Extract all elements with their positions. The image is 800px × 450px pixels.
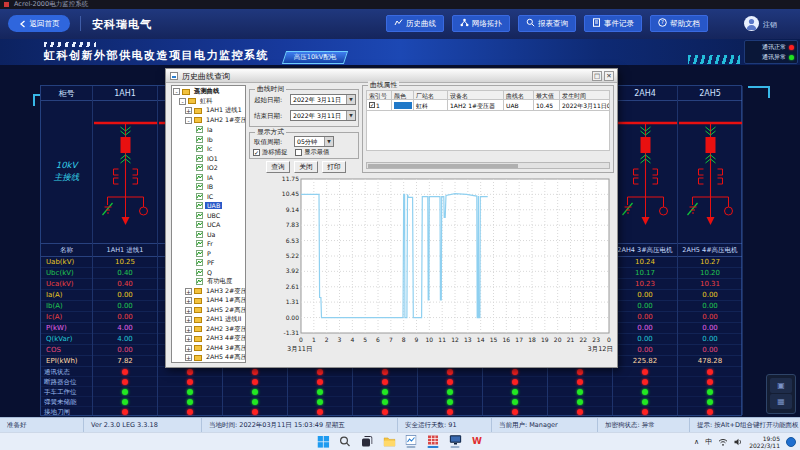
expand-icon[interactable]: + xyxy=(185,316,192,323)
task-view-icon[interactable] xyxy=(361,435,374,449)
start-date-select[interactable]: 2022年 3月11日▼ xyxy=(290,94,356,105)
search-icon[interactable] xyxy=(339,435,352,449)
tree-item[interactable]: Fr xyxy=(172,239,245,249)
logout-button[interactable]: 注销 xyxy=(763,20,777,30)
tree-item[interactable]: +2AH2 3#变压器 xyxy=(172,325,245,335)
checkbox-icon[interactable] xyxy=(295,149,302,156)
wps-app-icon[interactable]: W xyxy=(471,435,484,449)
period-select[interactable]: 05分钟▼ xyxy=(294,136,334,147)
tree-item-label: 1AH5 2#高压电机 xyxy=(204,306,246,315)
tree-item[interactable]: UBC xyxy=(172,211,245,221)
tree-item[interactable]: +2AH3 4#变压器 xyxy=(172,334,245,344)
tree-item[interactable]: IA xyxy=(172,173,245,183)
bay-diagram-2AH4[interactable] xyxy=(613,101,677,244)
back-home-label: 返回首页 xyxy=(30,19,60,29)
notification-badge[interactable] xyxy=(786,437,796,447)
tree-item[interactable]: IO1 xyxy=(172,154,245,164)
expand-icon[interactable]: + xyxy=(185,297,192,304)
back-home-button[interactable]: 返回首页 xyxy=(8,15,70,32)
props-data-row[interactable]: ✓1虹科1AH2 1#变压器UAB10.452022年3月11日01时32 xyxy=(366,100,610,111)
expand-icon[interactable]: + xyxy=(185,326,192,333)
taskbar-clock[interactable]: 19:05 2022/3/11 xyxy=(749,435,780,449)
tree-item[interactable]: +1AH5 2#高压电机 xyxy=(172,306,245,316)
expand-icon[interactable]: + xyxy=(185,345,192,352)
checkbox-icon[interactable]: ✓ xyxy=(253,149,260,156)
active-app-icon[interactable] xyxy=(427,435,440,449)
input-method-indicator[interactable]: 中 xyxy=(705,437,712,447)
volume-icon[interactable] xyxy=(734,438,743,446)
expand-icon[interactable]: + xyxy=(185,354,192,361)
tree-item[interactable]: Ic xyxy=(172,144,245,154)
widget-button-top[interactable]: ▣ xyxy=(770,378,792,393)
nav-events-button[interactable]: 事件记录 xyxy=(584,15,642,32)
status-dot-cell xyxy=(678,387,742,397)
status-indicator-red xyxy=(642,369,648,375)
chevron-down-icon[interactable]: ▼ xyxy=(346,111,355,120)
tree-item[interactable]: UCA xyxy=(172,220,245,230)
chevron-down-icon[interactable]: ▼ xyxy=(324,137,333,146)
widget-button-bottom[interactable]: ▦ xyxy=(770,394,792,409)
tree-item[interactable]: Ua xyxy=(172,230,245,240)
nav-history-button[interactable]: 历史曲线 xyxy=(386,15,444,32)
param-value: 0.00 xyxy=(678,301,742,312)
checkbox-unchecked[interactable]: 显示最值 xyxy=(295,148,329,157)
collapse-icon[interactable]: - xyxy=(179,98,186,105)
bay-id-1AH1: 1AH1 xyxy=(93,86,157,101)
nav-topology-button[interactable]: 网络拓扑 xyxy=(452,15,510,32)
tree-item[interactable]: -1AH2 1#变压器 xyxy=(172,116,245,126)
close-button[interactable]: 关闭 xyxy=(294,161,318,173)
param-label: Uab(kV) xyxy=(41,257,92,268)
collapse-icon[interactable]: - xyxy=(185,117,192,124)
bay-diagram-2AH5[interactable] xyxy=(678,101,742,244)
tree-item[interactable]: +1AH4 1#高压电机 xyxy=(172,296,245,306)
tree-item[interactable]: UAB xyxy=(172,201,245,211)
collapse-icon[interactable]: - xyxy=(173,88,180,95)
scrollbar-thumb[interactable] xyxy=(368,164,518,168)
tree-item[interactable]: 有功电度 xyxy=(172,277,245,287)
nav-reports-button[interactable]: 报表查询 xyxy=(518,15,576,32)
wifi-icon[interactable] xyxy=(718,438,728,446)
checkbox-checked[interactable]: ✓游标捕捉 xyxy=(253,148,287,157)
status-indicator-green xyxy=(642,389,648,395)
tree-item[interactable]: -遥测曲线 xyxy=(172,87,245,97)
dialog-close-button[interactable]: ✕ xyxy=(604,71,614,81)
tree-item[interactable]: +1AH3 2#变压器 xyxy=(172,287,245,297)
avatar[interactable] xyxy=(744,16,759,31)
tree-item[interactable]: IB xyxy=(172,182,245,192)
tree-item[interactable]: Q xyxy=(172,268,245,278)
row-checkbox[interactable]: ✓ xyxy=(369,102,375,108)
print-button[interactable]: 打印 xyxy=(322,161,346,173)
tree-item[interactable]: IO2 xyxy=(172,163,245,173)
tree-item[interactable]: Ib xyxy=(172,135,245,145)
tree-item[interactable]: -虹科 xyxy=(172,97,245,107)
cabinet-number-header: 柜号 xyxy=(41,86,92,101)
bay-diagram-1AH1[interactable] xyxy=(93,101,157,244)
tree-item[interactable]: P xyxy=(172,249,245,259)
tree-item[interactable]: +1AH1 进线1 xyxy=(172,106,245,116)
tree-item[interactable]: +2AH4 3#高压电机 xyxy=(172,344,245,354)
expand-icon[interactable]: + xyxy=(185,288,192,295)
tree-item[interactable]: +2AH1 进线II xyxy=(172,315,245,325)
tree-item[interactable]: Ia xyxy=(172,125,245,135)
nav-help-button[interactable]: ?帮助文档 xyxy=(650,15,708,32)
tray-expand-chevron[interactable]: ∧ xyxy=(694,438,699,446)
monitor-app-icon[interactable] xyxy=(449,435,462,449)
chevron-down-icon[interactable]: ▼ xyxy=(346,95,355,104)
param-value: 0.00 xyxy=(678,290,742,301)
tree-item[interactable]: IC xyxy=(172,192,245,202)
tab-hv-10kv[interactable]: 高压10kV配电 xyxy=(282,51,348,64)
expand-icon[interactable]: + xyxy=(185,335,192,342)
start-button[interactable] xyxy=(317,435,330,449)
history-curve-chart[interactable]: 11.7510.459.147.836.535.223.922.611.310.… xyxy=(281,175,615,363)
end-date-select[interactable]: 2022年 3月11日▼ xyxy=(290,110,356,121)
tree-item[interactable]: PF xyxy=(172,258,245,268)
query-button[interactable]: 查询 xyxy=(266,161,290,173)
expand-icon[interactable]: + xyxy=(185,307,192,314)
horizontal-scrollbar[interactable] xyxy=(366,162,610,169)
file-explorer-icon[interactable] xyxy=(383,435,396,449)
chart-app-icon[interactable] xyxy=(405,435,418,449)
dialog-minimize-button[interactable]: □ xyxy=(592,71,602,81)
tree-item[interactable]: +2AH5 4#高压电机 xyxy=(172,353,245,363)
expand-icon[interactable]: + xyxy=(185,107,192,114)
open-indicator xyxy=(451,446,460,448)
